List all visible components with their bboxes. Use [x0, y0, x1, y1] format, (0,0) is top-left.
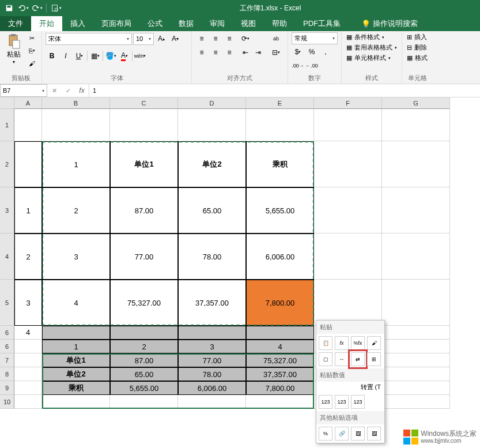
cell-D10[interactable] [178, 395, 246, 409]
cell-G7[interactable] [382, 353, 450, 367]
paste-linked-picture-button[interactable]: 🖼 [367, 427, 381, 441]
paste-values-source-button[interactable]: 123 [351, 395, 365, 409]
col-header-C[interactable]: C [110, 97, 178, 109]
bold-button[interactable]: B [46, 50, 58, 62]
menu-home[interactable]: 开始 [31, 16, 62, 31]
cell-B9[interactable]: 乘积 [42, 381, 110, 395]
tell-me-search[interactable]: 💡 操作说明搜索 [353, 16, 426, 31]
redo-button[interactable]: ▾ [30, 1, 44, 15]
cell-A6b[interactable] [14, 340, 42, 353]
col-header-E[interactable]: E [246, 97, 314, 109]
cell-A8[interactable] [14, 367, 42, 381]
wrap-text-button[interactable]: ab [268, 32, 284, 45]
cell-A3[interactable]: 1 [14, 187, 42, 234]
cell-G1[interactable] [382, 109, 450, 141]
cell-D3[interactable]: 65.00 [178, 187, 246, 234]
print-preview-button[interactable]: ▾ [49, 1, 63, 15]
cut-button[interactable]: ✂ [25, 32, 38, 44]
paste-formatting-button[interactable]: % [319, 427, 332, 441]
select-all-corner[interactable] [0, 97, 14, 109]
cell-C5[interactable]: 75,327.00 [110, 280, 178, 326]
cell-E7[interactable]: 75,327.00 [246, 353, 314, 367]
increase-indent-button[interactable]: ⇥ [252, 46, 264, 59]
align-right-button[interactable]: ≡ [223, 46, 236, 59]
row-header-3[interactable]: 3 [0, 187, 14, 234]
row-header-4[interactable]: 4 [0, 234, 14, 280]
col-header-B[interactable]: B [42, 97, 110, 109]
paste-values-number-button[interactable]: 123 [335, 395, 349, 409]
cell-G5[interactable] [382, 280, 450, 326]
cell-B2[interactable]: 1 [42, 141, 110, 187]
align-top-button[interactable]: ≡ [195, 32, 208, 45]
menu-help[interactable]: 帮助 [264, 16, 295, 31]
cell-G4[interactable] [382, 234, 450, 280]
enter-formula-button[interactable]: ✓ [61, 87, 75, 95]
copy-button[interactable]: ⎘▾ [25, 45, 38, 57]
cell-styles-button[interactable]: ▦单元格样式▾ [345, 53, 398, 63]
font-name-combo[interactable]: 宋体▾ [46, 33, 132, 45]
paste-picture-button[interactable]: 🖼 [351, 427, 365, 441]
cell-D1[interactable] [178, 109, 246, 141]
row-header-9[interactable]: 9 [0, 381, 14, 395]
fx-icon[interactable]: fx [75, 86, 89, 95]
cell-G2[interactable] [382, 141, 450, 187]
menu-formulas[interactable]: 公式 [139, 16, 171, 31]
paste-column-widths-button[interactable]: ↔ [335, 352, 349, 366]
paste-values-button[interactable]: 123 [319, 395, 332, 409]
cell-B8[interactable]: 单位2 [42, 367, 110, 381]
menu-file[interactable]: 文件 [0, 16, 31, 31]
orientation-button[interactable]: ⟳▾ [239, 32, 252, 45]
align-left-button[interactable]: ≡ [195, 46, 208, 59]
col-header-D[interactable]: D [178, 97, 246, 109]
cell-B10[interactable] [42, 395, 110, 409]
col-header-A[interactable]: A [14, 97, 42, 109]
col-header-F[interactable]: F [314, 97, 382, 109]
cell-B7h[interactable]: 1 [42, 340, 110, 353]
cell-A4[interactable]: 2 [14, 234, 42, 280]
align-bottom-button[interactable]: ≡ [223, 32, 236, 45]
cell-E4[interactable]: 6,006.00 [246, 234, 314, 280]
merge-button[interactable]: ⊟▾ [268, 46, 284, 59]
cell-D6-blank[interactable] [178, 326, 246, 340]
cell-B4[interactable]: 3 [42, 234, 110, 280]
insert-cells-button[interactable]: ⊞插入 [406, 32, 429, 42]
cell-G8[interactable] [382, 367, 450, 381]
cell-D5[interactable]: 37,357.00 [178, 280, 246, 326]
cell-C1[interactable] [110, 109, 178, 141]
row-header-5[interactable]: 5 [0, 280, 14, 326]
cell-G6[interactable] [382, 326, 450, 340]
percent-button[interactable]: % [305, 46, 318, 58]
conditional-format-button[interactable]: ▦条件格式▾ [345, 32, 398, 42]
paste-formulas-number-button[interactable]: %fx [351, 336, 365, 350]
cell-A6[interactable]: 4 [14, 326, 42, 340]
cell-E2[interactable]: 乘积 [246, 141, 314, 187]
cell-B6-blank[interactable] [42, 326, 110, 340]
cell-E1[interactable] [246, 109, 314, 141]
number-format-combo[interactable]: 常规▾ [292, 32, 338, 44]
cell-F1[interactable] [314, 109, 382, 141]
cell-F5[interactable] [314, 280, 382, 326]
format-as-table-button[interactable]: ▦套用表格格式▾ [345, 43, 398, 52]
cell-C4[interactable]: 77.00 [110, 234, 178, 280]
increase-decimal-button[interactable]: .00→ [292, 59, 304, 72]
cell-F3[interactable] [314, 187, 382, 234]
col-header-G[interactable]: G [382, 97, 450, 109]
cell-A5[interactable]: 3 [14, 280, 42, 326]
cell-C7[interactable]: 87.00 [110, 353, 178, 367]
cell-C8[interactable]: 65.00 [110, 367, 178, 381]
formula-input[interactable]: 1 [89, 84, 480, 97]
cell-E3[interactable]: 5,655.00 [246, 187, 314, 234]
fill-color-button[interactable]: 🪣▾ [104, 50, 117, 62]
cell-B3[interactable]: 2 [42, 187, 110, 234]
decrease-font-button[interactable]: A▾ [169, 32, 182, 45]
cell-D4[interactable]: 78.00 [178, 234, 246, 280]
cell-B1[interactable] [42, 109, 110, 141]
save-button[interactable] [2, 1, 16, 15]
row-header-2[interactable]: 2 [0, 141, 14, 187]
paste-transpose-button[interactable]: ⇄ [351, 352, 365, 366]
paste-formulas-button[interactable]: fx [335, 336, 349, 350]
menu-data[interactable]: 数据 [171, 16, 202, 31]
paste-button[interactable]: 粘贴 ▾ [3, 32, 24, 66]
paste-all-button[interactable]: 📋 [319, 336, 332, 350]
delete-cells-button[interactable]: ⊟删除 [406, 43, 429, 52]
